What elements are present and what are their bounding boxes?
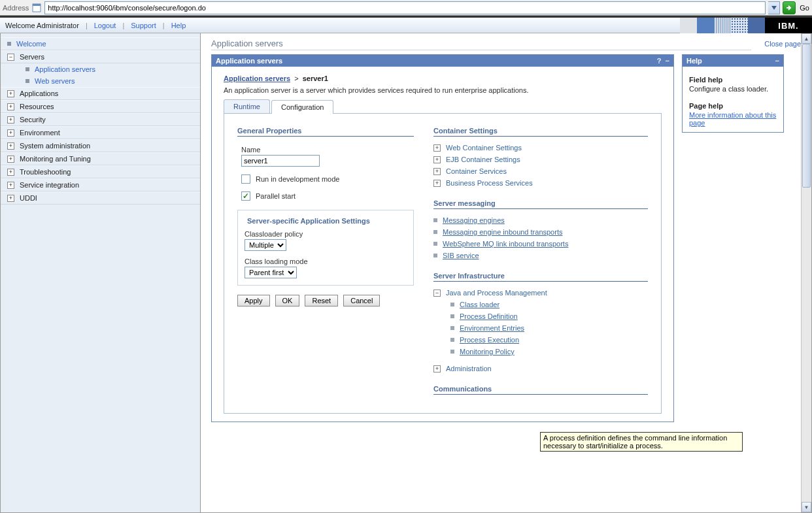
communications-head: Communications bbox=[433, 385, 648, 395]
sidebar: Welcome − Servers Application servers We… bbox=[1, 33, 201, 512]
help-link[interactable]: Help bbox=[171, 22, 186, 29]
infra-item[interactable]: Environment Entries bbox=[433, 322, 648, 334]
sidebar-servers[interactable]: − Servers bbox=[1, 50, 200, 63]
expand-icon[interactable]: + bbox=[433, 180, 441, 187]
sidebar-item[interactable]: +System administration bbox=[1, 139, 200, 152]
address-input[interactable] bbox=[44, 1, 766, 14]
welcome-text: Welcome Administrator bbox=[5, 22, 79, 29]
close-page-link[interactable]: Close page bbox=[764, 40, 801, 48]
scroll-thumb[interactable] bbox=[802, 44, 811, 188]
sidebar-welcome[interactable]: Welcome bbox=[1, 37, 200, 50]
sidebar-item[interactable]: +Environment bbox=[1, 126, 200, 139]
messaging-item[interactable]: WebSphere MQ link inbound transports bbox=[433, 238, 648, 250]
expand-icon[interactable]: + bbox=[433, 156, 441, 163]
container-item[interactable]: +EJB Container Settings bbox=[433, 154, 648, 165]
breadcrumb-current: server1 bbox=[303, 74, 328, 82]
sidebar-item[interactable]: +Applications bbox=[1, 87, 200, 100]
go-button[interactable] bbox=[783, 1, 796, 14]
messaging-item[interactable]: Messaging engines bbox=[433, 214, 648, 226]
bullet-icon bbox=[25, 79, 29, 83]
container-item[interactable]: +Container Services bbox=[433, 165, 648, 177]
infra-item[interactable]: Monitoring Policy bbox=[433, 346, 648, 357]
expand-icon[interactable]: + bbox=[7, 129, 14, 137]
bullet-icon bbox=[450, 303, 454, 306]
collapse-icon[interactable]: − bbox=[7, 54, 14, 61]
collapse-icon[interactable]: − bbox=[433, 290, 441, 297]
expand-icon[interactable]: + bbox=[7, 169, 14, 176]
sidebar-item[interactable]: +Security bbox=[1, 113, 200, 126]
sidebar-item-application-servers[interactable]: Application servers bbox=[1, 63, 200, 75]
infra-item[interactable]: Process Definition bbox=[433, 310, 648, 322]
sidebar-item[interactable]: +Resources bbox=[1, 100, 200, 113]
sidebar-item[interactable]: +Troubleshooting bbox=[1, 165, 200, 178]
infra-group[interactable]: − Java and Process Management bbox=[433, 287, 648, 299]
bullet-icon bbox=[25, 67, 29, 71]
expand-icon[interactable]: + bbox=[433, 168, 441, 175]
header-decoration: IBM. bbox=[680, 18, 812, 33]
ok-button[interactable]: OK bbox=[275, 295, 300, 306]
address-dropdown[interactable] bbox=[768, 1, 780, 14]
tooltip: A process definition defines the command… bbox=[540, 432, 743, 452]
panel-help-icon[interactable]: ? bbox=[657, 57, 662, 65]
page-help-link[interactable]: More information about this page bbox=[689, 111, 776, 127]
expand-icon[interactable]: + bbox=[7, 195, 14, 202]
infra-admin[interactable]: + Administration bbox=[433, 363, 648, 374]
app-settings-head: Server-specific Application Settings bbox=[245, 217, 373, 225]
sidebar-item[interactable]: +UDDI bbox=[1, 191, 200, 205]
messaging-item[interactable]: SIB service bbox=[433, 250, 648, 261]
help-panel-header: Help − bbox=[683, 55, 783, 67]
ibm-logo: IBM. bbox=[765, 18, 812, 33]
expand-icon[interactable]: + bbox=[7, 142, 14, 150]
general-properties-head: General Properties bbox=[237, 127, 414, 137]
scroll-down-icon[interactable]: ▼ bbox=[802, 502, 811, 512]
logout-link[interactable]: Logout bbox=[94, 22, 116, 29]
container-item[interactable]: +Web Container Settings bbox=[433, 142, 648, 154]
panel-header: Application servers ? − bbox=[212, 55, 673, 67]
container-settings-head: Container Settings bbox=[433, 127, 648, 137]
expand-icon[interactable]: + bbox=[7, 116, 14, 124]
expand-icon[interactable]: + bbox=[7, 90, 14, 97]
parallel-checkbox[interactable]: ✓ bbox=[241, 191, 250, 201]
name-input[interactable] bbox=[241, 155, 320, 167]
infra-item[interactable]: Class loader bbox=[433, 299, 648, 310]
messaging-item[interactable]: Messaging engine inbound transports bbox=[433, 226, 648, 238]
svg-marker-2 bbox=[771, 6, 777, 10]
run-dev-checkbox[interactable] bbox=[241, 174, 250, 184]
bullet-icon bbox=[433, 218, 437, 222]
scroll-up-icon[interactable]: ▲ bbox=[802, 33, 811, 44]
description: An application server is a server which … bbox=[224, 86, 662, 94]
container-item[interactable]: +Business Process Services bbox=[433, 177, 648, 189]
panel-minimize-icon[interactable]: − bbox=[775, 57, 779, 65]
reset-button[interactable]: Reset bbox=[305, 295, 338, 306]
tab-runtime[interactable]: Runtime bbox=[224, 99, 270, 113]
field-help-head: Field help bbox=[689, 76, 777, 84]
go-label: Go bbox=[798, 4, 809, 12]
support-link[interactable]: Support bbox=[131, 22, 156, 29]
vertical-scrollbar[interactable]: ▲ ▼ bbox=[801, 33, 811, 512]
name-label: Name bbox=[241, 146, 414, 154]
expand-icon[interactable]: + bbox=[433, 144, 441, 152]
sidebar-item-web-servers[interactable]: Web servers bbox=[1, 75, 200, 87]
cancel-button[interactable]: Cancel bbox=[343, 295, 380, 306]
bullet-icon bbox=[7, 42, 11, 46]
bullet-icon bbox=[433, 230, 437, 234]
main-panel: Application servers ? − Application serv… bbox=[211, 54, 674, 422]
apply-button[interactable]: Apply bbox=[237, 295, 270, 306]
panel-minimize-icon[interactable]: − bbox=[666, 57, 669, 65]
classloader-policy-select[interactable]: Multiple bbox=[245, 239, 286, 251]
address-bar: Address Go bbox=[0, 0, 812, 16]
infra-item[interactable]: Process Execution bbox=[433, 334, 648, 346]
breadcrumb: Application servers > server1 bbox=[224, 74, 662, 82]
expand-icon[interactable]: + bbox=[7, 156, 14, 163]
sidebar-item[interactable]: +Service integration bbox=[1, 178, 200, 191]
expand-icon[interactable]: + bbox=[433, 365, 441, 372]
breadcrumb-link[interactable]: Application servers bbox=[224, 74, 290, 82]
tab-configuration[interactable]: Configuration bbox=[271, 100, 333, 114]
expand-icon[interactable]: + bbox=[7, 103, 14, 110]
class-loading-mode-label: Class loading mode bbox=[245, 257, 407, 265]
sidebar-item[interactable]: +Monitoring and Tuning bbox=[1, 152, 200, 165]
class-loading-mode-select[interactable]: Parent first bbox=[245, 267, 297, 278]
page-help-head: Page help bbox=[689, 102, 777, 110]
field-help-text: Configure a class loader. bbox=[689, 85, 777, 93]
expand-icon[interactable]: + bbox=[7, 182, 14, 189]
